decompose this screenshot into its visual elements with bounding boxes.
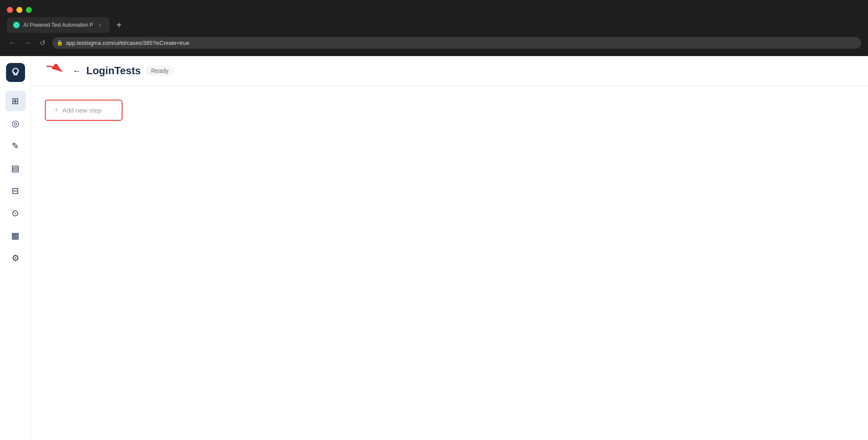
tab-title: AI Powered Test Automation P [23,22,93,28]
forward-nav-button[interactable]: → [22,37,33,48]
sidebar: ⊞ ◎ ✎ ▤ ⊟ ⊙ ▦ ⚙ [0,56,31,440]
folder-icon: ▤ [11,163,19,173]
address-bar: ← → ↺ 🔒 [0,34,868,52]
run-icon: ⊙ [12,208,19,218]
tab-close-btn[interactable]: × [97,22,104,28]
chart-icon: ▦ [11,230,19,241]
add-step-plus-icon: + [54,106,59,115]
sidebar-item-dashboard[interactable]: ⊞ [5,91,26,111]
sidebar-item-reports[interactable]: ▦ [5,225,26,246]
annotation-arrow [45,64,66,78]
pen-icon: ✎ [12,141,19,151]
sidebar-item-settings[interactable]: ⚙ [5,248,26,268]
back-nav-button[interactable]: ← [7,37,17,48]
maximize-button[interactable] [26,7,32,13]
app-layout: ⊞ ◎ ✎ ▤ ⊟ ⊙ ▦ ⚙ [0,56,868,440]
sidebar-item-modules[interactable]: ⊟ [5,180,26,201]
grid2-icon: ⊟ [12,185,19,196]
tab-bar: AI Powered Test Automation P × + [0,16,868,34]
reload-button[interactable]: ↺ [38,37,47,49]
lock-icon: 🔒 [57,40,63,46]
grid-icon: ⊞ [12,96,19,106]
main-content: ← LoginTests Ready + Add new step [31,56,868,440]
settings-icon: ⚙ [12,253,19,263]
add-step-label: Add new step [63,107,102,114]
minimize-button[interactable] [16,7,22,13]
sidebar-item-edit[interactable]: ✎ [5,135,26,156]
address-input[interactable] [52,37,861,49]
traffic-lights [0,0,868,16]
content-area: + Add new step [31,86,868,135]
page-header: ← LoginTests Ready [31,56,868,86]
active-tab[interactable]: AI Powered Test Automation P × [7,17,110,33]
sidebar-item-projects[interactable]: ▤ [5,158,26,179]
close-button[interactable] [7,7,13,13]
sidebar-item-monitor[interactable]: ◎ [5,113,26,134]
status-badge: Ready [146,66,173,76]
back-button[interactable]: ← [72,66,81,76]
new-tab-button[interactable]: + [113,19,125,31]
gauge-icon: ◎ [12,118,19,129]
add-new-step-button[interactable]: + Add new step [45,100,123,121]
app-logo[interactable] [6,63,25,82]
address-bar-wrapper: 🔒 [52,37,861,49]
browser-chrome: AI Powered Test Automation P × + ← → ↺ 🔒 [0,0,868,56]
page-title: LoginTests [86,65,141,77]
sidebar-item-run[interactable]: ⊙ [5,203,26,223]
tab-favicon [13,22,20,28]
